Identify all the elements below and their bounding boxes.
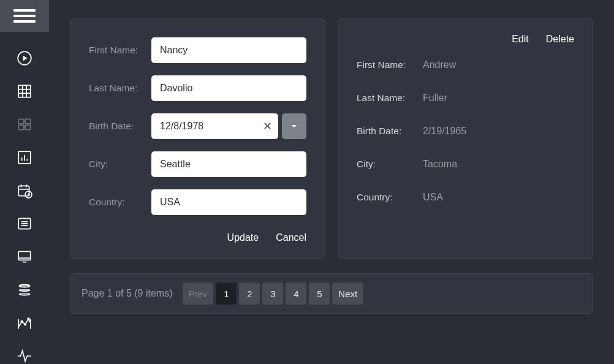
view-card: Edit Delete First Name: Andrew Last Name… [338,18,593,259]
stack-icon[interactable] [17,282,32,298]
view-last-name-value: Fuller [423,93,574,104]
list-icon[interactable] [17,216,32,232]
view-first-name-label: First Name: [357,59,423,70]
sidebar [0,0,49,364]
svg-rect-25 [18,251,31,260]
cards-row: First Name: Last Name: Birth Date: ✕ [70,18,593,259]
last-name-input[interactable] [151,75,306,101]
play-icon[interactable] [17,50,32,66]
menu-toggle-button[interactable] [0,0,49,32]
svg-point-30 [21,320,23,322]
svg-rect-1 [18,85,31,97]
delete-button[interactable]: Delete [546,34,574,45]
pager-page-3[interactable]: 3 [262,282,283,305]
activity-icon[interactable] [17,348,32,364]
view-city-value: Tacoma [423,159,574,170]
view-birth-date-value: 2/19/1965 [423,126,574,137]
edit-card: First Name: Last Name: Birth Date: ✕ [70,18,325,259]
view-first-name-value: Andrew [423,59,574,70]
svg-point-32 [28,318,29,320]
pager-page-1[interactable]: 1 [216,282,237,305]
monitor-icon[interactable] [17,249,32,265]
edit-button[interactable]: Edit [512,34,529,45]
view-country-label: Country: [357,192,423,203]
first-name-label: First Name: [89,45,151,56]
birth-date-input[interactable] [151,113,278,139]
city-label: City: [89,159,151,170]
main-content: First Name: Last Name: Birth Date: ✕ [49,0,614,364]
country-label: Country: [89,197,151,208]
view-country-value: USA [423,192,574,203]
svg-rect-7 [25,119,31,124]
pager-next-button[interactable]: Next [332,282,363,305]
pager-page-2[interactable]: 2 [239,282,260,305]
svg-line-20 [29,195,30,195]
view-last-name-label: Last Name: [357,93,423,104]
pager-prev-button[interactable]: Prev [183,282,214,305]
calendar-clock-icon[interactable] [17,183,32,199]
date-dropdown-button[interactable] [282,113,306,139]
cancel-button[interactable]: Cancel [276,232,306,243]
svg-point-31 [25,324,26,325]
country-input[interactable] [151,189,306,215]
svg-rect-9 [25,125,31,130]
pager-status: Page 1 of 5 (9 items) [81,288,173,299]
first-name-input[interactable] [151,37,306,63]
bar-chart-icon[interactable] [17,150,32,165]
pager: Page 1 of 5 (9 items) Prev 1 2 3 4 5 Nex… [70,273,593,314]
svg-rect-8 [18,125,24,130]
pager-page-5[interactable]: 5 [309,282,330,305]
city-input[interactable] [151,151,306,177]
cards-icon[interactable] [17,116,32,132]
birth-date-label: Birth Date: [89,121,151,132]
view-city-label: City: [357,159,423,170]
update-button[interactable]: Update [227,232,259,243]
line-chart-icon[interactable] [17,315,32,331]
pager-buttons: Prev 1 2 3 4 5 Next [183,282,364,305]
nav-list [17,50,32,364]
view-birth-date-label: Birth Date: [357,126,423,137]
svg-rect-6 [18,119,24,124]
pager-page-4[interactable]: 4 [286,282,306,305]
last-name-label: Last Name: [89,83,151,94]
grid-icon[interactable] [17,83,32,99]
clear-date-icon[interactable]: ✕ [261,119,273,133]
